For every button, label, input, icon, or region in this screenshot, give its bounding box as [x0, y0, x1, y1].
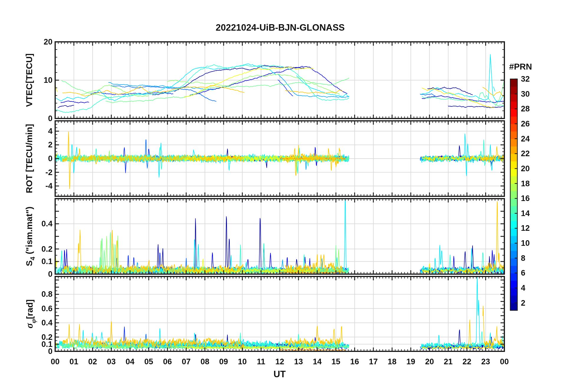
y-tick-label-s4: 0.2 [14, 245, 53, 254]
panel-s4 [55, 199, 504, 274]
y-tick-label-sigmaphi: 0.4 [14, 318, 53, 327]
y-tick-label-rot: 4 [14, 127, 53, 136]
colorbar-tick-label: 26 [521, 119, 547, 129]
colorbar-tick-label: 2 [521, 299, 547, 308]
colorbar-tick-label: 20 [521, 164, 547, 173]
colorbar-tick-label: 32 [521, 75, 547, 84]
y-tick-label-sigmaphi: 0.2 [14, 333, 53, 342]
y-tick-label-rot: 0 [14, 154, 53, 163]
colorbar-tick-label: 22 [521, 149, 547, 158]
panel-vtec [55, 42, 504, 118]
colorbar-tick-label: 8 [521, 254, 547, 263]
x-tick-label: 00 [491, 357, 518, 366]
y-tick-label-s4: 0.4 [14, 219, 53, 228]
colorbar-tick-label: 10 [521, 239, 547, 248]
colorbar-tick-label: 4 [521, 284, 547, 293]
y-tick-label-vtec: 20 [14, 37, 53, 47]
y-tick-label-s4: 0 [14, 270, 53, 279]
y-tick-label-vtec: 0 [14, 114, 53, 123]
colorbar-tick-label: 6 [521, 269, 547, 278]
colorbar-tick-label: 16 [521, 194, 547, 203]
colorbar-tick-label: 12 [521, 224, 547, 233]
colorbar-tick-label: 24 [521, 134, 547, 144]
y-tick-label-rot: 2 [14, 140, 53, 149]
panel-sigma-phi [55, 276, 504, 351]
y-tick-label-rot: -2 [14, 168, 53, 177]
colorbar-title: #PRN [501, 62, 540, 72]
colorbar [510, 79, 517, 310]
y-tick-label-s4: 0.1 [14, 257, 53, 266]
y-tick-label-vtec: 10 [14, 76, 53, 85]
chart-title: 20221024-UiB-BJN-GLONASS [103, 22, 457, 33]
figure: { "title": "20221024-UiB-BJN-GLONASS", "… [0, 0, 561, 392]
colorbar-tick-label: 18 [521, 179, 547, 188]
panel-rot [55, 121, 504, 196]
y-tick-label-sigmaphi: 0.8 [14, 290, 53, 299]
y-tick-label-rot: -4 [14, 182, 53, 191]
colorbar-tick-label: 14 [521, 209, 547, 218]
x-axis-label: UT [250, 369, 309, 380]
y-tick-label-sigmaphi: 0.6 [14, 304, 53, 313]
colorbar-tick-label: 30 [521, 90, 547, 99]
colorbar-tick-label: 28 [521, 104, 547, 113]
